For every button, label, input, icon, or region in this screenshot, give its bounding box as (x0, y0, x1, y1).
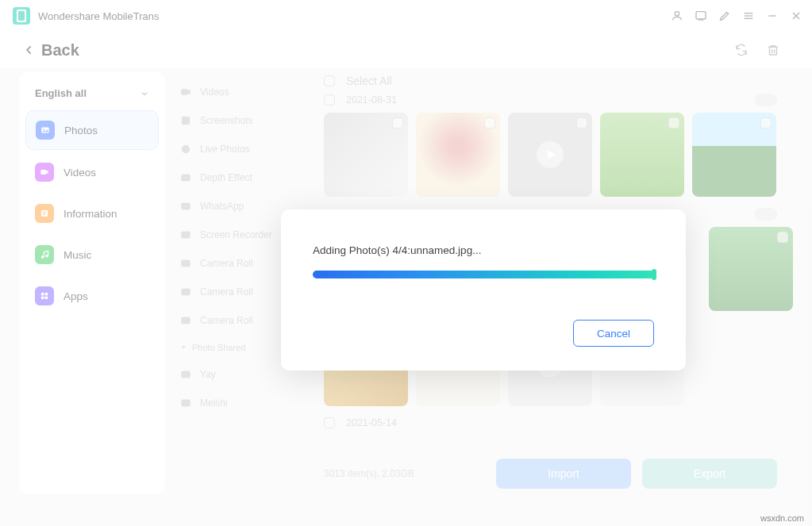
svg-rect-1 (696, 12, 706, 19)
play-icon (537, 141, 564, 168)
svg-rect-33 (182, 260, 190, 267)
photo-thumb[interactable] (324, 113, 408, 197)
album-livephotos[interactable]: Live Photos (173, 135, 305, 163)
progress-bar (313, 271, 654, 278)
watermark: wsxdn.com (760, 513, 804, 523)
videos-icon (35, 163, 54, 182)
album-label: Camera Roll (200, 286, 253, 298)
svg-rect-23 (41, 297, 44, 300)
svg-rect-30 (182, 175, 190, 181)
thumb-checkbox[interactable] (484, 117, 495, 129)
date-label: 2021-08-31 (346, 94, 397, 106)
svg-rect-25 (182, 90, 188, 95)
language-dropdown[interactable]: English all (25, 84, 159, 110)
import-button[interactable]: Import (496, 459, 631, 489)
refresh-icon[interactable] (734, 43, 749, 57)
category-label: Photos (64, 125, 98, 136)
album-screenshots[interactable]: Screenshots (173, 106, 305, 135)
album-label: Meishi (200, 397, 228, 409)
thumb-checkbox[interactable] (760, 117, 772, 129)
category-label: Videos (63, 167, 96, 179)
minimize-icon[interactable] (766, 10, 779, 22)
album-label: Videos (200, 86, 229, 98)
svg-point-29 (184, 148, 187, 151)
svg-point-13 (43, 129, 44, 131)
thumb-checkbox[interactable] (777, 232, 788, 243)
album-videos[interactable]: Videos (173, 78, 305, 106)
photo-thumb[interactable] (709, 227, 793, 311)
category-label: Information (63, 208, 117, 220)
category-label: Music (63, 249, 91, 261)
album-label: Yay (200, 369, 216, 380)
album-label: Live Photos (200, 144, 250, 155)
toolbar-actions (734, 43, 780, 57)
information-icon (35, 204, 54, 223)
svg-rect-38 (182, 400, 190, 406)
album-section-label: Photo Shared (192, 343, 245, 352)
category-music[interactable]: Music (25, 236, 159, 274)
delete-icon[interactable] (766, 43, 780, 57)
album-deptheffect[interactable]: Depth Effect (173, 163, 305, 192)
photo-grid-1 (324, 113, 793, 197)
bottom-bar: 3013 item(s), 2.03GB Import Export (324, 453, 777, 494)
album-label: WhatsApp (200, 201, 244, 212)
date-checkbox[interactable] (324, 94, 335, 106)
close-icon[interactable] (790, 10, 802, 22)
photo-thumb[interactable] (416, 113, 500, 197)
svg-rect-8 (770, 47, 777, 55)
date-checkbox[interactable] (324, 417, 335, 428)
svg-rect-22 (45, 293, 48, 296)
select-all-row: Select All (324, 75, 793, 87)
date-label: 2021-05-14 (346, 417, 397, 428)
date-group-2: 2021-05-14 (324, 417, 793, 428)
category-apps[interactable]: Apps (25, 277, 159, 315)
user-icon[interactable] (671, 10, 683, 22)
album-label: Camera Roll (200, 258, 253, 269)
svg-marker-36 (182, 347, 186, 349)
svg-rect-12 (41, 128, 48, 133)
category-information[interactable]: Information (25, 194, 159, 232)
category-photos[interactable]: Photos (25, 110, 159, 150)
select-all-label: Select All (346, 75, 392, 87)
back-button[interactable]: Back (24, 41, 79, 60)
apps-icon (35, 286, 54, 305)
thumb-checkbox[interactable] (576, 117, 587, 129)
svg-rect-34 (182, 289, 190, 295)
album-meishi[interactable]: Meishi (173, 389, 305, 417)
thumb-checkbox[interactable] (668, 117, 679, 129)
back-label: Back (41, 41, 79, 60)
cancel-button[interactable]: Cancel (573, 320, 654, 347)
album-label: Depth Effect (200, 172, 252, 183)
back-bar: Back (0, 32, 812, 68)
select-all-checkbox[interactable] (324, 75, 335, 86)
video-thumb[interactable] (508, 113, 592, 197)
photo-thumb[interactable] (692, 113, 776, 197)
album-label: Camera Roll (200, 315, 253, 326)
svg-rect-14 (40, 170, 46, 175)
app-logo-icon (13, 7, 30, 25)
date-count-badge (755, 94, 777, 106)
svg-point-0 (675, 12, 679, 16)
svg-point-27 (184, 119, 187, 122)
thumb-checkbox[interactable] (392, 117, 403, 129)
svg-rect-32 (182, 232, 190, 238)
dialog-message: Adding Photo(s) 4/4:unnamed.jpg... (313, 244, 654, 256)
action-buttons: Import Export (496, 459, 777, 489)
item-stats: 3013 item(s), 2.03GB (324, 468, 414, 479)
edit-icon[interactable] (718, 10, 731, 22)
svg-rect-31 (182, 203, 190, 209)
export-button[interactable]: Export (642, 459, 777, 489)
category-label: Apps (63, 290, 88, 302)
titlebar: Wondershare MobileTrans (0, 0, 812, 32)
svg-rect-24 (45, 297, 48, 300)
photo-thumb[interactable] (600, 113, 684, 197)
menu-icon[interactable] (742, 10, 755, 22)
chevron-down-icon (140, 89, 149, 98)
feedback-icon[interactable] (695, 10, 707, 22)
app-title: Wondershare MobileTrans (38, 10, 159, 22)
date-group-1: 2021-08-31 (324, 94, 793, 106)
chevron-left-icon (24, 44, 35, 56)
category-videos[interactable]: Videos (25, 153, 159, 191)
date-count-badge (755, 208, 777, 221)
svg-rect-35 (182, 317, 190, 324)
